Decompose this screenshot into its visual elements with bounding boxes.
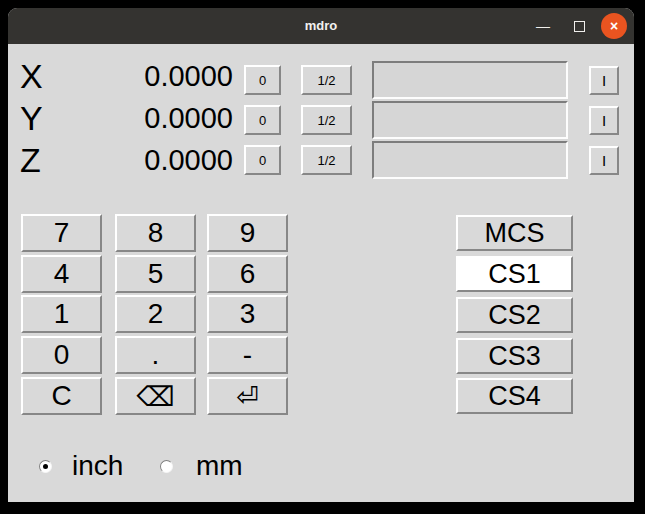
key-decimal[interactable]: . — [115, 336, 196, 374]
key-enter enter-icon[interactable]: ⏎ — [207, 377, 288, 415]
key-8[interactable]: 8 — [115, 214, 196, 252]
key-5[interactable]: 5 — [115, 255, 196, 293]
unit-inch-label: inch — [72, 451, 123, 481]
axis-z-zero-button[interactable]: 0 — [244, 145, 281, 175]
radio-indicator-mm — [160, 460, 173, 473]
minimize-icon: — — [536, 18, 550, 34]
key-0[interactable]: 0 — [21, 336, 102, 374]
cs2-button[interactable]: CS2 — [456, 297, 573, 333]
axis-x-zero-button[interactable]: 0 — [244, 65, 281, 95]
axis-z-incremental-button[interactable]: I — [589, 146, 619, 175]
minimize-button[interactable]: — — [528, 8, 558, 44]
cs3-button[interactable]: CS3 — [456, 338, 573, 374]
axis-y-value: 0.0000 — [58, 100, 233, 136]
axis-z-value: 0.0000 — [58, 142, 233, 178]
close-button[interactable]: × — [599, 8, 629, 44]
mcs-button[interactable]: MCS — [456, 215, 573, 251]
axis-y-incremental-button[interactable]: I — [589, 106, 619, 135]
radio-indicator-inch — [39, 460, 52, 473]
axis-x-entry[interactable] — [372, 61, 568, 99]
key-3[interactable]: 3 — [207, 295, 288, 333]
unit-radio-inch[interactable]: inch — [39, 451, 123, 481]
key-7[interactable]: 7 — [21, 214, 102, 252]
key-2[interactable]: 2 — [115, 295, 196, 333]
axis-z-entry[interactable] — [372, 141, 568, 179]
key-4[interactable]: 4 — [21, 255, 102, 293]
axis-x-half-button[interactable]: 1/2 — [301, 65, 352, 95]
desktop: { "titlebar": { "title": "mdro", "icons"… — [0, 0, 645, 514]
key-9[interactable]: 9 — [207, 214, 288, 252]
cs4-button[interactable]: CS4 — [456, 378, 573, 414]
cs1-button[interactable]: CS1 — [456, 256, 573, 292]
key-6[interactable]: 6 — [207, 255, 288, 293]
close-icon: × — [601, 13, 627, 39]
unit-radio-mm[interactable]: mm — [160, 451, 243, 481]
key-backspace backspace-icon[interactable]: ⌫ — [115, 377, 196, 415]
radio-dot — [43, 464, 48, 469]
maximize-icon — [574, 21, 585, 32]
key-1[interactable]: 1 — [21, 295, 102, 333]
maximize-button[interactable] — [564, 8, 594, 44]
axis-y-entry[interactable] — [372, 101, 568, 139]
axis-z-half-button[interactable]: 1/2 — [301, 145, 352, 175]
key-clear[interactable]: C — [21, 377, 102, 415]
axis-y-zero-button[interactable]: 0 — [244, 105, 281, 135]
key-minus[interactable]: - — [207, 336, 288, 374]
mdro-window: mdro — × X 0.0000 0 1/2 I Y 0.0000 0 1/2… — [8, 8, 634, 502]
titlebar[interactable]: mdro — × — [8, 8, 634, 44]
unit-mm-label: mm — [196, 451, 243, 481]
axis-x-value: 0.0000 — [58, 58, 233, 94]
axis-y-half-button[interactable]: 1/2 — [301, 105, 352, 135]
axis-x-incremental-button[interactable]: I — [589, 66, 619, 95]
